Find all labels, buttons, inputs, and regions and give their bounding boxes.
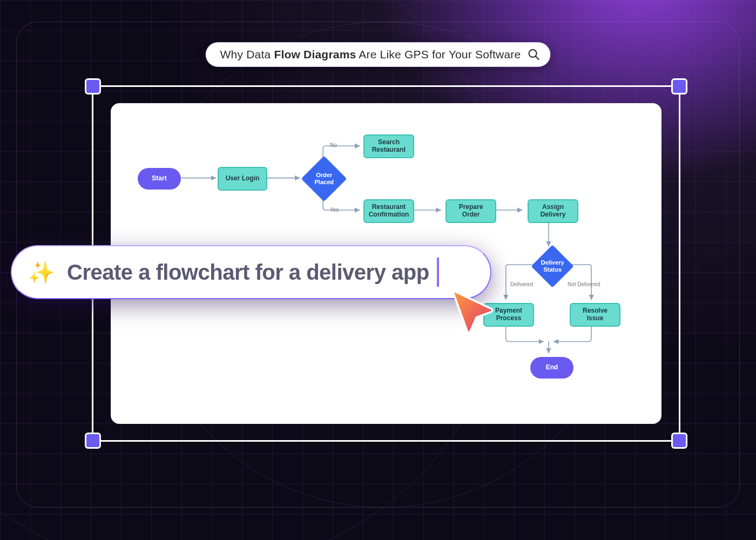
node-restaurant-confirmation-label: Restaurant Confirmation (369, 204, 409, 219)
title-prefix: Why Data (220, 48, 274, 60)
resize-handle-top-right[interactable] (671, 78, 687, 94)
text-cursor (437, 258, 439, 287)
node-end[interactable]: End (530, 357, 573, 379)
node-user-login-label: User Login (226, 175, 260, 183)
node-payment-process-label: Payment Process (489, 307, 529, 322)
node-delivery-status-label: Delivery Status (537, 259, 568, 273)
svg-line-1 (535, 56, 538, 59)
node-order-placed[interactable]: Order Placed (301, 156, 347, 202)
node-search-restaurant-label: Search Restaurant (369, 139, 409, 154)
ai-prompt-text: Create a flowchart for a delivery app (67, 260, 429, 285)
node-restaurant-confirmation[interactable]: Restaurant Confirmation (363, 199, 414, 223)
resize-handle-bottom-right[interactable] (671, 433, 687, 449)
title-bold: Flow Diagrams (274, 48, 356, 60)
node-prepare-order-label: Prepare Order (451, 204, 491, 219)
search-icon (527, 48, 540, 61)
node-payment-process[interactable]: Payment Process (483, 303, 534, 327)
edge-label-delivered: Delivered (510, 281, 533, 287)
node-assign-delivery-label: Assign Delivery (533, 204, 573, 219)
title-search-pill: Why Data Flow Diagrams Are Like GPS for … (206, 42, 551, 67)
ai-prompt-input[interactable]: ✨ Create a flowchart for a delivery app (11, 245, 491, 299)
node-start[interactable]: Start (138, 168, 181, 190)
title-suffix: Are Like GPS for Your Software (356, 48, 521, 60)
node-user-login[interactable]: User Login (218, 167, 267, 191)
node-end-label: End (546, 364, 558, 372)
edge-label-not-delivered: Not Delivered (568, 281, 600, 287)
title-text: Why Data Flow Diagrams Are Like GPS for … (220, 48, 521, 61)
node-start-label: Start (152, 175, 166, 183)
node-resolve-issue[interactable]: Resolve Issue (570, 303, 620, 327)
resize-handle-bottom-left[interactable] (85, 433, 101, 449)
edge-label-no: No (330, 142, 337, 148)
node-assign-delivery[interactable]: Assign Delivery (528, 199, 578, 223)
sparkle-icon: ✨ (28, 260, 55, 285)
node-order-placed-label: Order Placed (308, 172, 340, 185)
node-resolve-issue-label: Resolve Issue (575, 307, 615, 322)
node-prepare-order[interactable]: Prepare Order (446, 199, 496, 223)
edge-label-yes: Yes (330, 207, 339, 213)
node-search-restaurant[interactable]: Search Restaurant (363, 134, 414, 158)
resize-handle-top-left[interactable] (85, 78, 101, 94)
